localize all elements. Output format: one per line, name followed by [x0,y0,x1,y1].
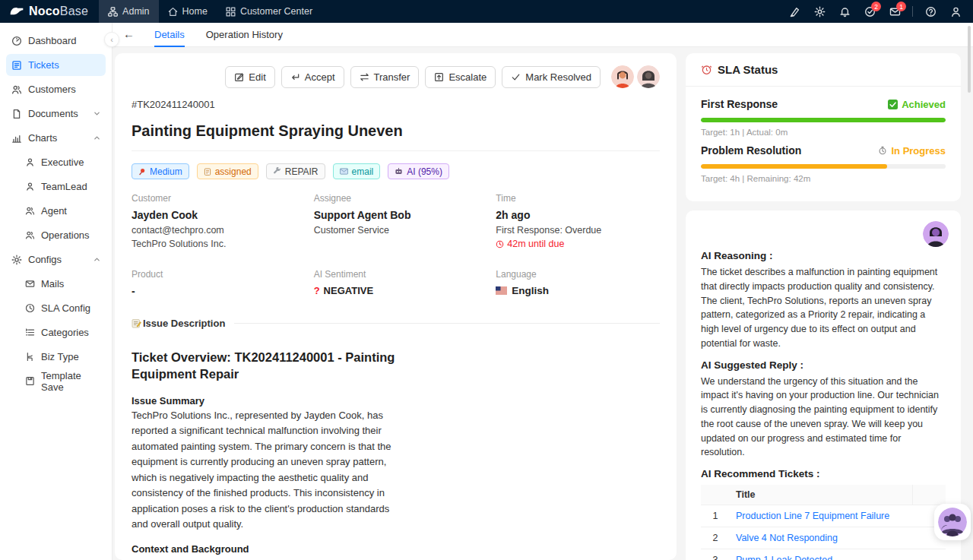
nav-item-home[interactable]: Home [159,0,217,23]
sitemap-icon [108,7,118,17]
ai-avatar [923,221,949,247]
tab-operation-history[interactable]: Operation History [197,23,292,47]
sidebar-item-template-save[interactable]: Template Save [20,370,106,392]
gear-icon [11,255,22,265]
ai-suggested-reply-text: We understand the urgency of this situat… [701,375,946,460]
branch-icon [25,352,35,362]
sidebar-item-customers[interactable]: Customers [6,78,106,100]
sidebar-item-agent[interactable]: Agent [20,200,106,222]
mail-icon[interactable]: 1 [885,3,905,20]
accept-button[interactable]: Accept [281,66,344,88]
row-index: 3 [701,549,730,560]
email-icon [340,168,348,175]
ai-suggested-reply-label: AI Suggested Reply : [701,359,946,371]
help-icon[interactable] [921,3,940,20]
sidebar-item-mails[interactable]: Mails [20,273,106,295]
right-panel: SLA Status First Response Achieved Targe… [686,53,961,560]
user-icon [25,182,35,191]
notifications-bell-icon[interactable] [835,3,854,20]
back-button[interactable]: ← [123,27,142,42]
page-scrollbar[interactable] [968,26,971,93]
section-title-context: Context and Background [132,543,399,555]
wrench-icon [273,167,281,176]
sidebar-item-charts[interactable]: Charts [6,127,106,149]
edit-button[interactable]: Edit [225,66,274,88]
assignee-team: Customer Service [314,225,478,236]
sidebar-item-categories[interactable]: Categories [20,321,106,343]
sidebar-collapse-button[interactable]: ‹ [104,32,119,47]
sidebar: Dashboard Tickets Customers Documents Ch… [0,23,113,560]
recommend-ticket-link[interactable]: Pump 1 Leak Detected [736,555,832,560]
field-label: Customer [132,193,296,204]
sidebar-item-label: Template Save [41,370,100,393]
nav-item-admin-label: Admin [122,6,149,17]
sla-problem-resolution-bar [701,164,946,169]
tasks-icon[interactable]: 2 [860,3,880,20]
title-column-header: Title [730,485,912,505]
sentiment-value: ? NEGATIVE [314,285,478,296]
dashboard-icon [11,36,22,46]
sidebar-item-sla-config[interactable]: SLA Config [20,297,106,319]
logo-noco: Noco [29,5,60,17]
ai-chat-floating-button[interactable] [934,504,971,540]
nav-item-admin[interactable]: Admin [99,0,158,23]
save-icon [25,376,35,386]
language-label: English [512,285,549,296]
row-spare-cell [912,549,946,560]
ai-reasoning-label: AI Reasoning : [701,250,946,261]
sla-first-response-status: Achieved [888,99,946,110]
recommend-ticket-link[interactable]: Valve 4 Not Responding [736,533,838,543]
product-value: - [132,285,296,297]
nocobase-logo[interactable]: NocoBase [0,0,99,23]
table-row: 1 Production Line 7 Equipment Failure [701,505,946,527]
description-heading: Ticket Overview: TK202411240001 - Painti… [132,349,399,383]
settings-icon[interactable] [810,3,829,20]
table-row: 3 Pump 1 Leak Detected [701,549,946,560]
mail-badge: 1 [896,2,906,11]
ai-recommend-tickets-label: AI Recommend Tickets : [701,468,946,479]
sidebar-item-configs[interactable]: Configs [6,248,106,271]
list-icon [25,327,35,337]
customer-email: contact@techpro.com [132,225,296,236]
nocobase-logo-icon [9,6,24,17]
language-value: English [496,285,660,296]
sidebar-item-executive[interactable]: Executive [20,151,106,173]
sla-status-label: Achieved [902,99,946,110]
sla-problem-resolution-status: In Progress [878,145,946,157]
sidebar-item-label: Agent [41,205,67,217]
edit-button-label: Edit [249,71,265,83]
sidebar-item-tickets[interactable]: Tickets [6,54,106,76]
sla-card-title: SLA Status [718,63,778,76]
sidebar-item-biz-type[interactable]: Biz Type [20,346,106,368]
status-tag-label: assigned [215,166,252,177]
issue-description-body: Ticket Overview: TK202411240001 - Painti… [132,349,399,560]
recommend-ticket-link[interactable]: Production Line 7 Equipment Failure [736,511,889,521]
table-row: 2 Valve 4 Not Responding [701,527,946,549]
transfer-button[interactable]: Transfer [350,66,420,88]
sidebar-item-dashboard[interactable]: Dashboard [6,30,106,52]
priority-tag: Medium [132,163,189,179]
field-assignee: Assignee Support Agent Bob Customer Serv… [314,193,478,252]
sidebar-item-operations[interactable]: Operations [20,224,106,246]
sidebar-item-teamlead[interactable]: TeamLead [20,176,106,198]
ui-editor-icon[interactable] [784,3,804,20]
status-tag: assigned [197,163,258,179]
category-tag: REPAIR [266,163,325,179]
accept-button-label: Accept [305,71,335,83]
mark-resolved-button[interactable]: Mark Resolved [502,66,601,88]
field-language: Language English [496,269,660,301]
escalate-button-label: Escalate [448,71,486,83]
category-tag-label: REPAIR [285,166,319,177]
alarm-clock-icon [701,64,712,75]
user-icon[interactable] [946,3,965,20]
sidebar-item-label: Biz Type [41,351,79,362]
tab-details[interactable]: Details [145,23,194,47]
section-title-issue-summary: Issue Summary [132,395,399,407]
avatar-agent-female[interactable] [611,65,634,88]
sidebar-item-documents[interactable]: Documents [6,103,106,125]
sla-status-card: SLA Status First Response Achieved Targe… [686,53,961,201]
escalate-button[interactable]: Escalate [425,66,496,88]
avatar-agent-dark[interactable] [637,65,660,88]
nav-item-customer-center[interactable]: Customer Center [217,0,322,23]
first-response-status: First Response: Overdue [496,225,660,236]
